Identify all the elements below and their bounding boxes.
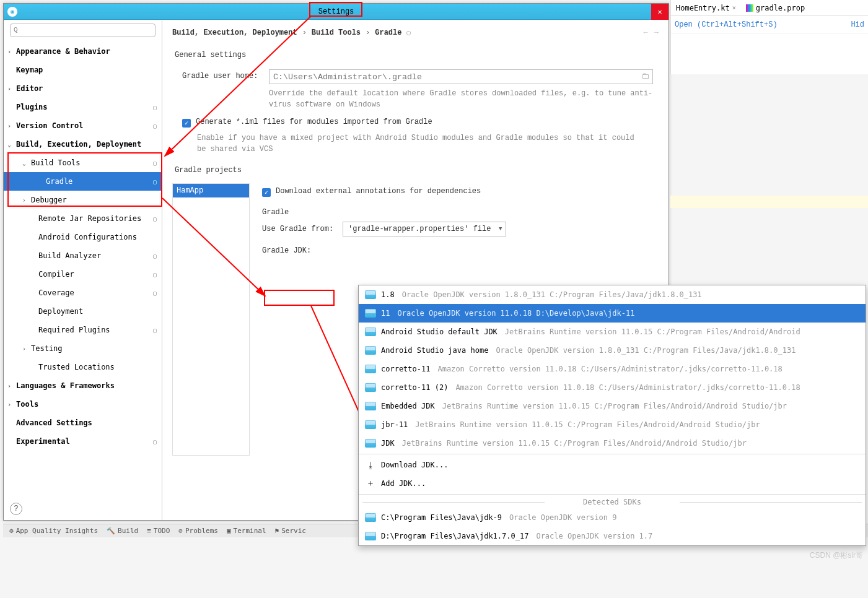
project-item[interactable]: HamApp — [173, 184, 249, 197]
editor-strip: HomeEntry.kt× gradle.prop Open (Ctrl+Alt… — [670, 0, 868, 74]
tab-home-entry[interactable]: HomeEntry.kt× — [671, 0, 741, 15]
gear-icon: ▢ — [153, 215, 157, 222]
nav-build-execution-deployment[interactable]: ⌄Build, Execution, Deployment — [4, 135, 162, 154]
back-arrow-icon[interactable]: ← — [644, 28, 648, 37]
jdk-icon — [365, 346, 376, 355]
nav-android-configurations[interactable]: Android Configurations — [4, 228, 162, 246]
help-button[interactable]: ? — [10, 503, 22, 515]
warning-icon: ⊘ — [178, 527, 183, 535]
file-icon — [746, 4, 753, 12]
jdk-option[interactable]: corretto-11 (2)Amazon Corretto version 1… — [359, 378, 866, 397]
hammer-icon: 🔨 — [107, 527, 115, 535]
jdk-option[interactable]: Android Studio java homeOracle OpenJDK v… — [359, 341, 866, 360]
search-input[interactable] — [10, 24, 156, 37]
jdk-option[interactable]: Android Studio default JDKJetBrains Runt… — [359, 323, 866, 341]
nav-build-analyzer[interactable]: Build Analyzer▢ — [4, 246, 162, 265]
list-icon: ≡ — [147, 527, 151, 535]
detected-jdk-option[interactable]: C:\Program Files\Java\jdk-9Oracle OpenJD… — [359, 508, 866, 527]
generate-iml-checkbox[interactable]: ✓ — [182, 119, 191, 128]
insights-icon: ⚙ — [9, 527, 14, 535]
nav-editor[interactable]: ›Editor — [4, 79, 162, 98]
jdk-icon — [365, 365, 376, 373]
nav-testing[interactable]: ›Testing — [4, 339, 162, 358]
download-icon: ⭳ — [365, 461, 376, 470]
nav-appearance[interactable]: ›Appearance & Behavior — [4, 42, 162, 61]
jdk-option[interactable]: 1.8Oracle OpenJDK version 1.8.0_131 C:/P… — [359, 285, 866, 304]
nav-experimental[interactable]: Experimental▢ — [4, 432, 162, 451]
nav-build-tools[interactable]: ⌄Build Tools▢ — [4, 154, 162, 172]
jdk-icon — [365, 290, 376, 299]
nav-gradle[interactable]: Gradle▢ — [4, 172, 162, 191]
tool-build[interactable]: 🔨Build — [107, 527, 138, 535]
gradle-user-home-input[interactable] — [269, 69, 653, 84]
jdk-option[interactable]: jbr-11JetBrains Runtime version 11.0.15 … — [359, 415, 866, 434]
nav-trusted-locations[interactable]: Trusted Locations — [4, 358, 162, 376]
download-jdk-option[interactable]: ⭳Download JDK... — [359, 456, 866, 474]
gear-icon: ▢ — [153, 253, 157, 259]
download-annotations-label: Download external annotations for depend… — [276, 187, 481, 196]
nav-required-plugins[interactable]: Required Plugins▢ — [4, 321, 162, 339]
jdk-icon — [365, 327, 376, 336]
jdk-icon — [365, 532, 376, 540]
jdk-option[interactable]: JDKJetBrains Runtime version 11.0.15 C:/… — [359, 434, 866, 453]
jdk-icon — [365, 420, 376, 429]
breadcrumb: Build, Execution, Deployment› Build Tool… — [172, 28, 659, 37]
detected-jdk-option[interactable]: D:\Program Files\Java\jdk1.7.0_17Oracle … — [359, 527, 866, 545]
use-gradle-from-dropdown[interactable]: 'gradle-wrapper.properties' file ▼ — [343, 222, 506, 236]
nav-debugger[interactable]: ›Debugger — [4, 191, 162, 209]
tab-gradle-properties[interactable]: gradle.prop — [741, 0, 810, 15]
app-icon: ◉ — [7, 7, 17, 17]
settings-sidebar: Q ›Appearance & Behavior Keymap ›Editor … — [4, 20, 162, 520]
download-annotations-checkbox[interactable]: ✓ — [262, 188, 271, 197]
hide-link[interactable]: Hid — [851, 20, 864, 29]
gradle-projects-heading: Gradle projects — [175, 166, 659, 175]
gear-icon: ▢ — [153, 104, 157, 111]
folder-icon[interactable]: 🗀 — [641, 72, 649, 81]
tool-app-quality-insights[interactable]: ⚙App Quality Insights — [9, 527, 98, 535]
tool-services[interactable]: ⚑Servic — [275, 527, 306, 535]
nav-coverage[interactable]: Coverage▢ — [4, 284, 162, 302]
jdk-icon — [365, 309, 376, 318]
gradle-jdk-label: Gradle JDK: — [262, 246, 336, 255]
gear-icon: ▢ — [153, 123, 157, 129]
nav-compiler[interactable]: Compiler▢ — [4, 265, 162, 284]
open-link[interactable]: Open (Ctrl+Alt+Shift+S) — [675, 20, 778, 29]
tool-terminal[interactable]: ▣Terminal — [227, 527, 266, 535]
nav-deployment[interactable]: Deployment — [4, 302, 162, 321]
jdk-option-selected[interactable]: 11Oracle OpenJDK version 11.0.18 D:\Deve… — [359, 304, 866, 323]
titlebar: ◉ Settings ✕ — [4, 4, 669, 20]
jdk-option[interactable]: Embedded JDKJetBrains Runtime version 11… — [359, 397, 866, 415]
gear-icon: ▢ — [153, 438, 157, 445]
tool-problems[interactable]: ⊘Problems — [178, 527, 218, 535]
jdk-icon — [365, 383, 376, 392]
forward-arrow-icon[interactable]: → — [654, 28, 659, 37]
nav-tools[interactable]: ›Tools — [4, 395, 162, 414]
nav-plugins[interactable]: Plugins▢ — [4, 98, 162, 116]
use-gradle-from-label: Use Gradle from: — [262, 225, 336, 233]
highlight-stripe — [670, 196, 868, 208]
close-button[interactable]: ✕ — [651, 4, 669, 20]
nav-advanced-settings[interactable]: Advanced Settings — [4, 414, 162, 432]
gear-icon: ▢ — [153, 160, 157, 167]
generate-iml-label: Generate *.iml files for modules importe… — [196, 118, 432, 126]
gear-icon: ▢ — [153, 290, 157, 297]
plus-icon: ＋ — [365, 478, 376, 489]
gear-icon: ▢ — [153, 178, 157, 185]
gradle-subsection: Gradle — [262, 208, 659, 217]
nav-languages-frameworks[interactable]: ›Languages & Frameworks — [4, 376, 162, 395]
window-title: Settings — [318, 7, 354, 16]
nav-keymap[interactable]: Keymap — [4, 61, 162, 79]
gear-icon: ▢ — [153, 271, 157, 278]
gear-icon: ▢ — [406, 29, 410, 37]
nav-version-control[interactable]: ›Version Control▢ — [4, 116, 162, 135]
terminal-icon: ▣ — [227, 527, 231, 535]
jdk-option[interactable]: corretto-11Amazon Corretto version 11.0.… — [359, 360, 866, 378]
tool-todo[interactable]: ≡TODO — [147, 527, 170, 535]
nav-remote-jar[interactable]: Remote Jar Repositories▢ — [4, 209, 162, 228]
jdk-icon — [365, 513, 376, 522]
add-jdk-option[interactable]: ＋Add JDK... — [359, 474, 866, 493]
jdk-dropdown-popup: 1.8Oracle OpenJDK version 1.8.0_131 C:/P… — [358, 285, 866, 546]
editor-tabs: HomeEntry.kt× gradle.prop — [671, 0, 868, 16]
close-icon[interactable]: × — [732, 4, 736, 11]
gear-icon: ▢ — [153, 327, 157, 334]
